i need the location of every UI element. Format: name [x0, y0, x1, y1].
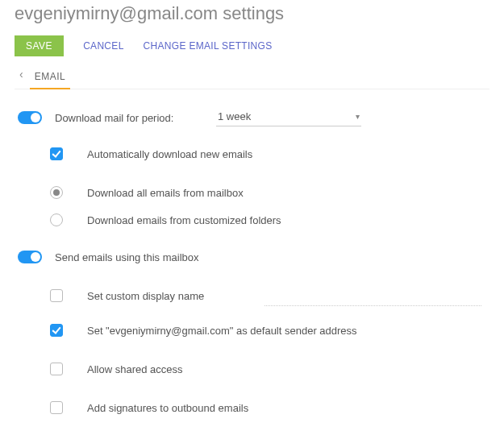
display-name-underline [264, 305, 481, 306]
save-button[interactable]: SAVE [15, 35, 64, 56]
signatures-checkbox[interactable] [50, 401, 63, 414]
auto-download-label: Automatically download new emails [87, 148, 252, 160]
download-custom-radio[interactable] [50, 213, 63, 226]
tab-bar: ‹ EMAIL [15, 66, 489, 89]
send-mail-toggle[interactable] [18, 251, 42, 263]
change-email-settings-button[interactable]: CHANGE EMAIL SETTINGS [144, 40, 273, 52]
download-period-label: Download mail for period: [55, 112, 216, 124]
download-all-label: Download all emails from mailbox [87, 187, 244, 199]
cancel-button[interactable]: CANCEL [83, 40, 123, 52]
custom-display-name-checkbox[interactable] [50, 289, 63, 302]
page-title: evgeniymirny@gmail.com settings [15, 3, 489, 24]
action-bar: SAVE CANCEL CHANGE EMAIL SETTINGS [15, 35, 489, 56]
download-period-value: 1 week [218, 110, 251, 122]
download-all-radio[interactable] [50, 186, 63, 199]
tab-email[interactable]: EMAIL [33, 66, 68, 89]
send-toggle-label: Send emails using this mailbox [55, 251, 198, 263]
download-period-select[interactable]: 1 week ▾ [216, 109, 361, 126]
download-mail-toggle[interactable] [18, 111, 42, 124]
shared-access-label: Allow shared access [87, 363, 183, 375]
custom-display-name-label: Set custom display name [87, 290, 204, 302]
back-icon[interactable]: ‹ [19, 68, 23, 86]
download-custom-label: Download emails from customized folders [87, 214, 281, 226]
signatures-label: Add signatures to outbound emails [87, 402, 248, 414]
default-sender-label: Set "evgeniymirny@gmail.com" as default … [87, 325, 357, 337]
default-sender-checkbox[interactable] [50, 324, 63, 337]
auto-download-checkbox[interactable] [50, 147, 63, 160]
shared-access-checkbox[interactable] [50, 363, 63, 375]
chevron-down-icon: ▾ [356, 112, 360, 121]
